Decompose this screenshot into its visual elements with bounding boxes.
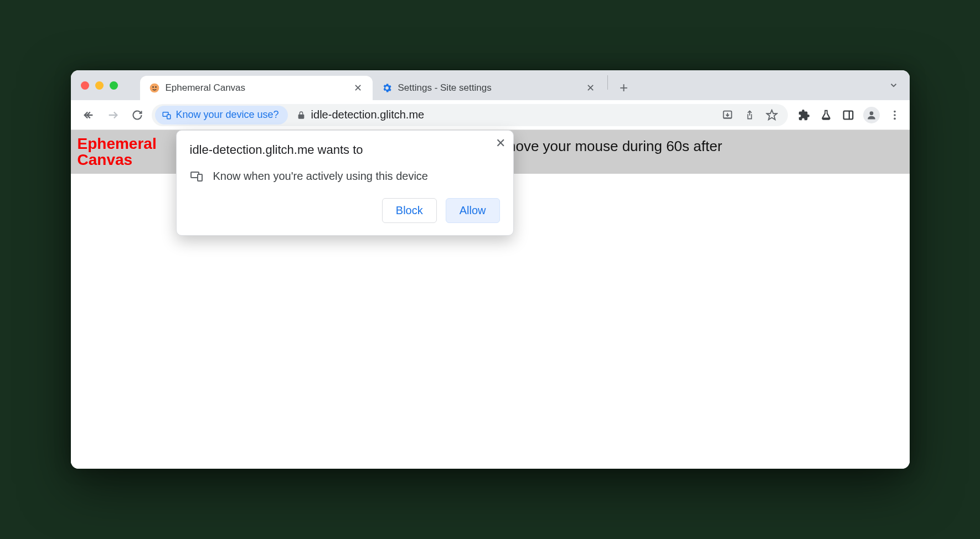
permission-chip[interactable]: Know your device use? [155, 106, 288, 125]
site-title: Ephemeral Canvas [78, 136, 157, 168]
svg-rect-19 [198, 174, 202, 181]
svg-point-16 [894, 114, 896, 116]
url-text: idle-detection.glitch.me [311, 108, 715, 121]
svg-point-1 [152, 86, 154, 88]
svg-rect-7 [167, 115, 170, 119]
back-button[interactable] [79, 105, 99, 125]
svg-point-15 [894, 110, 896, 112]
permission-detail-text: Know when you're actively using this dev… [213, 170, 428, 183]
svg-point-14 [869, 111, 873, 115]
site-title-line2: Canvas [78, 151, 133, 168]
settings-favicon-icon [381, 82, 393, 94]
minimize-window-button[interactable] [95, 81, 104, 90]
favicon-icon [149, 82, 160, 94]
permission-prompt: ✕ idle-detection.glitch.me wants to Know… [176, 130, 514, 236]
profile-avatar[interactable] [863, 107, 880, 123]
svg-point-17 [894, 117, 896, 120]
browser-window: Ephemeral Canvas ✕ Settings - Site setti… [71, 70, 910, 469]
page-content: Ephemeral Canvas Don't move your mouse d… [71, 130, 910, 469]
permission-buttons: Block Allow [190, 198, 500, 223]
devices-icon [190, 169, 203, 183]
tab-settings[interactable]: Settings - Site settings ✕ [373, 76, 605, 100]
svg-rect-12 [843, 111, 853, 119]
close-tab-icon[interactable]: ✕ [585, 82, 596, 94]
maximize-window-button[interactable] [110, 81, 118, 90]
svg-point-0 [149, 84, 159, 93]
reload-button[interactable] [127, 105, 147, 125]
close-tab-icon[interactable]: ✕ [353, 82, 364, 94]
menu-icon[interactable] [888, 108, 902, 122]
share-icon[interactable] [742, 108, 757, 122]
new-tab-button[interactable]: + [615, 78, 633, 97]
svg-point-2 [155, 86, 157, 88]
block-button[interactable]: Block [382, 198, 437, 223]
install-icon[interactable] [720, 108, 735, 122]
close-icon[interactable]: ✕ [496, 136, 506, 151]
address-bar[interactable]: Know your device use? idle-detection.gli… [152, 104, 788, 126]
tab-overflow-button[interactable] [889, 80, 899, 92]
labs-icon[interactable] [819, 108, 833, 122]
tab-title: Settings - Site settings [398, 82, 580, 94]
tab-strip: Ephemeral Canvas ✕ Settings - Site setti… [71, 70, 910, 100]
tab-divider [607, 75, 608, 90]
tab-ephemeral-canvas[interactable]: Ephemeral Canvas ✕ [140, 76, 373, 100]
forward-button[interactable] [103, 105, 123, 125]
lock-icon[interactable] [297, 111, 306, 120]
allow-button[interactable]: Allow [446, 198, 500, 223]
sidepanel-icon[interactable] [841, 108, 855, 122]
close-window-button[interactable] [81, 81, 89, 90]
extensions-icon[interactable] [797, 108, 811, 122]
toolbar: Know your device use? idle-detection.gli… [71, 100, 910, 130]
svg-marker-11 [766, 110, 776, 119]
permission-chip-label: Know your device use? [176, 109, 279, 121]
window-controls [81, 70, 140, 100]
permission-detail-row: Know when you're actively using this dev… [190, 169, 500, 183]
permission-title: idle-detection.glitch.me wants to [190, 143, 500, 157]
bookmark-star-icon[interactable] [765, 108, 779, 122]
omnibox-actions [720, 108, 785, 122]
toolbar-icons [792, 107, 902, 123]
site-title-line1: Ephemeral [78, 135, 157, 152]
tab-title: Ephemeral Canvas [166, 82, 347, 94]
